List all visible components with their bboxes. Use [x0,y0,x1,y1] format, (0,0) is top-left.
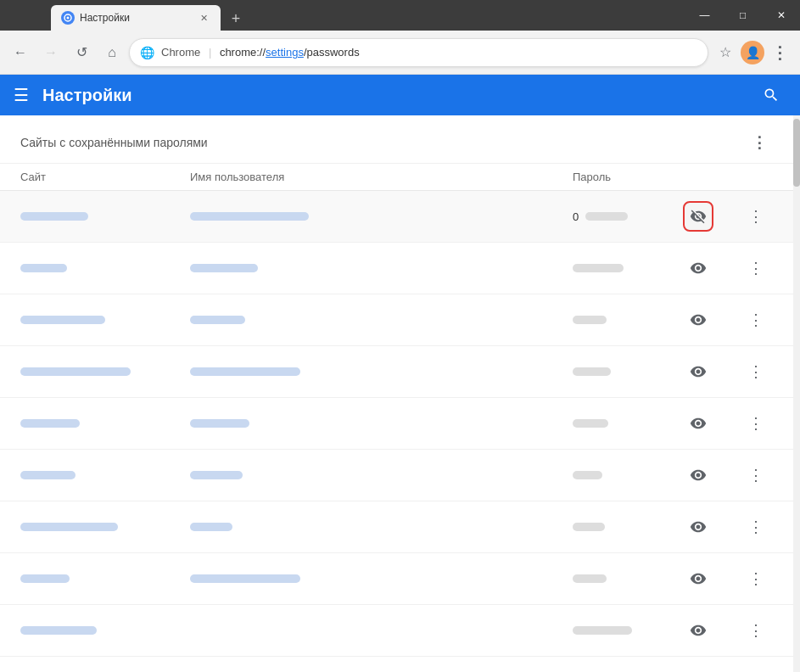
password-blurred [573,523,605,531]
scrollbar-track[interactable] [793,115,800,672]
home-button[interactable]: ⌂ [98,39,126,66]
row-more-button[interactable]: ⋮ [742,306,769,333]
site-blurred [20,419,80,428]
site-cell [20,512,190,541]
password-cell [573,461,683,490]
username-blurred [190,419,249,428]
row-more-button[interactable]: ⋮ [742,462,769,489]
title-bar: Настройки ✕ + — □ ✕ [0,0,800,31]
username-cell [190,409,573,438]
tab-favicon [61,11,75,25]
toggle-password-button[interactable] [683,563,713,594]
password-cell: 0 [573,200,683,233]
row-more-button[interactable]: ⋮ [742,513,769,540]
row-more-button[interactable]: ⋮ [742,255,769,282]
url-chrome-label: Chrome [161,46,200,59]
password-blurred [573,471,602,479]
table-row: ⋮ [0,243,793,294]
site-cell [20,564,190,593]
password-cell [573,668,683,672]
password-blurred [573,367,611,376]
toggle-password-button[interactable] [683,253,713,283]
url-separator: | [209,46,211,59]
username-cell [190,305,573,334]
col-header-site: Сайт [20,171,190,183]
password-prefix: 0 [573,210,579,223]
toggle-password-button[interactable] [683,356,713,387]
row-more-button[interactable]: ⋮ [742,358,769,385]
back-button[interactable]: ← [7,39,34,66]
table-row: ⋮ [0,294,793,346]
username-cell [190,357,573,386]
minimize-button[interactable]: — [685,0,724,31]
more-cell: ⋮ [742,296,773,344]
username-cell [190,668,573,672]
browser-tab[interactable]: Настройки ✕ [51,5,221,31]
row-more-button[interactable]: ⋮ [742,617,769,644]
password-cell [573,616,683,645]
table-header: Сайт Имя пользователя Пароль [0,164,793,191]
settings-page-title: Настройки [42,86,742,105]
section-title: Сайты с сохранёнными паролями [20,136,208,149]
username-blurred [190,574,300,583]
username-blurred [190,367,300,376]
table-row: ⋮ [0,501,793,553]
site-blurred [20,367,131,376]
forward-button[interactable]: → [37,39,64,66]
svg-point-1 [67,17,70,20]
scrollbar-thumb[interactable] [793,119,800,187]
password-cell [573,564,683,593]
more-cell: ⋮ [742,451,773,499]
close-button[interactable]: ✕ [762,0,800,31]
username-cell [190,620,573,641]
site-cell [20,254,190,283]
browser-window: Настройки ✕ + — □ ✕ ← → ↺ ⌂ 🌐 Chrome | c… [0,0,800,672]
user-avatar[interactable]: 👤 [741,41,764,64]
username-cell [190,461,573,490]
content-area: Сайты с сохранёнными паролями ⋮ Сайт Имя… [0,115,800,672]
eye-cell [683,450,742,501]
toggle-password-button[interactable] [683,512,713,542]
password-blurred [573,574,607,583]
username-cell [190,512,573,541]
toggle-password-button[interactable] [683,615,713,646]
toggle-password-button[interactable] [683,305,713,335]
site-blurred [20,264,67,272]
more-cell: ⋮ [742,400,773,447]
section-more-button[interactable]: ⋮ [746,129,773,156]
username-blurred [190,264,258,272]
menu-button[interactable]: ⋮ [766,39,793,66]
eye-cell [683,553,742,604]
username-cell [190,564,573,593]
more-cell: ⋮ [742,658,773,672]
eye-cell [683,398,742,449]
bookmark-button[interactable]: ☆ [712,39,739,66]
toggle-password-button[interactable] [683,201,713,232]
password-cell [573,254,683,283]
tab-close-button[interactable]: ✕ [197,11,210,25]
username-cell [190,254,573,283]
maximize-button[interactable]: □ [724,0,762,31]
address-bar: ← → ↺ ⌂ 🌐 Chrome | chrome://settings/pas… [0,31,800,75]
toggle-password-button[interactable] [683,408,713,439]
site-cell [20,305,190,334]
toggle-password-button[interactable] [683,667,713,672]
site-blurred [20,523,118,531]
col-header-password: Пароль [573,171,683,183]
row-more-button[interactable]: ⋮ [742,669,769,672]
row-more-button[interactable]: ⋮ [742,565,769,592]
row-more-button[interactable]: ⋮ [742,203,769,230]
reload-button[interactable]: ↺ [68,39,95,66]
tab-title: Настройки [80,12,192,24]
url-path: chrome://settings/passwords [220,46,360,59]
password-cell [573,512,683,541]
table-row: ⋮ [0,553,793,605]
eye-cell [683,243,742,294]
hamburger-menu-icon[interactable]: ☰ [14,85,29,105]
url-bar[interactable]: 🌐 Chrome | chrome://settings/passwords [129,38,708,67]
new-tab-button[interactable]: + [224,7,248,31]
row-more-button[interactable]: ⋮ [742,410,769,437]
col-header-actions [683,171,742,183]
toggle-password-button[interactable] [683,460,713,490]
search-button[interactable] [756,80,786,110]
